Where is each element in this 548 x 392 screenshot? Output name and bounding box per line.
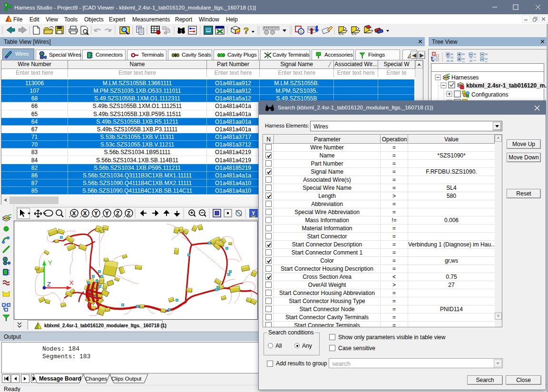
svg-text:Z: Z (116, 210, 119, 217)
svg-text:Message Board: Message Board (39, 375, 81, 382)
svg-text:X: X (69, 279, 74, 286)
svg-text:X: X (72, 210, 76, 217)
svg-text:Clips Output: Clips Output (111, 376, 142, 382)
svg-text:G: G (300, 29, 303, 34)
svg-text:Y: Y (48, 259, 52, 266)
svg-text:?: ? (244, 26, 249, 36)
svg-text:Z: Z (47, 281, 51, 288)
svg-text:Y: Y (94, 210, 98, 217)
svg-text:Y: Y (252, 210, 255, 216)
svg-text:Changes: Changes (85, 376, 107, 382)
svg-text:8: 8 (5, 4, 7, 7)
